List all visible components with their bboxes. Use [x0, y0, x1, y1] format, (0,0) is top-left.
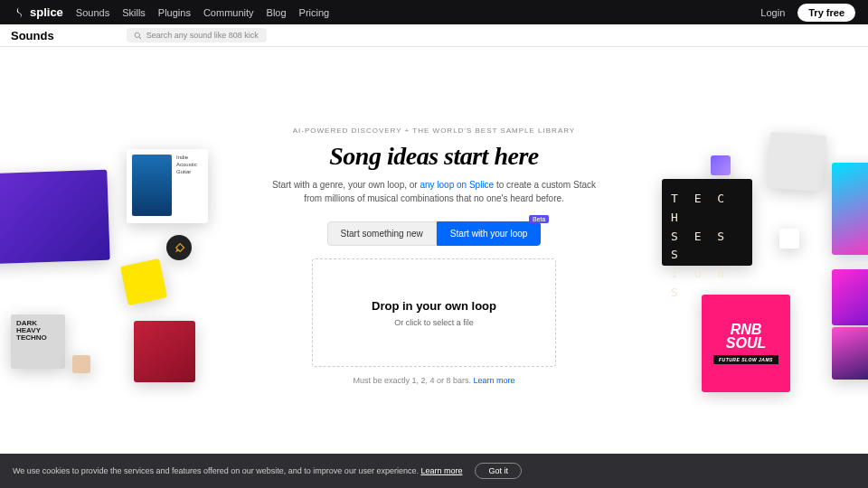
nav-links: Sounds Skills Plugins Community Blog Pri…: [76, 7, 329, 18]
login-link[interactable]: Login: [760, 7, 785, 18]
dropzone[interactable]: Drop in your own loop Or click to select…: [312, 258, 556, 367]
search-input[interactable]: [146, 31, 259, 40]
artwork-tile: [134, 321, 195, 382]
search-wrap[interactable]: [127, 28, 267, 42]
footnote-text: Must be exactly 1, 2, 4 or 8 bars.: [353, 376, 473, 385]
artwork-title: RNB SOUL: [726, 323, 766, 350]
artwork-tile: Indie Acoustic Guitar: [127, 149, 208, 223]
hero-subcopy: Start with a genre, your own loop, or an…: [253, 178, 615, 205]
artwork-tile: [120, 258, 167, 305]
artwork-tile: [711, 155, 731, 175]
brand-logo[interactable]: splice: [13, 5, 63, 19]
cookie-learn-link[interactable]: Learn more: [420, 466, 462, 475]
artwork-tile: RNB SOUL FUTURE SLOW JAMS: [702, 295, 790, 392]
beta-badge: Beta: [529, 215, 549, 223]
artwork-tile: [72, 355, 90, 373]
hero-overline: AI-POWERED DISCOVERY + THE WORLD'S BEST …: [253, 127, 615, 135]
artwork-tile: DARK HEAVY TECHNO: [11, 314, 65, 369]
nav-link-plugins[interactable]: Plugins: [158, 7, 191, 18]
subcopy-link[interactable]: any loop on Splice: [420, 180, 494, 190]
cookie-accept-button[interactable]: Got it: [475, 463, 522, 479]
hero-headline: Song ideas start here: [253, 142, 615, 171]
footnote-link[interactable]: Learn more: [474, 376, 515, 385]
nav-link-skills[interactable]: Skills: [122, 7, 146, 18]
artwork-label: Indie Acoustic Guitar: [176, 155, 197, 218]
sub-nav: Sounds: [0, 24, 868, 47]
nav-link-community[interactable]: Community: [203, 7, 254, 18]
nav-right: Login Try free: [760, 4, 855, 22]
brand-name: splice: [30, 5, 63, 19]
artwork-thumb: [132, 155, 172, 216]
artwork-tile: [832, 269, 868, 325]
footnote: Must be exactly 1, 2, 4 or 8 bars. Learn…: [253, 376, 615, 385]
start-with-loop-button[interactable]: Start with your loop Beta: [437, 221, 542, 246]
try-free-button[interactable]: Try free: [797, 4, 855, 22]
splice-logo-icon: [13, 6, 25, 19]
search-icon: [134, 32, 142, 40]
cta-row: Start something new Start with your loop…: [253, 221, 615, 246]
artwork-tile: [166, 235, 192, 260]
hero: AI-POWERED DISCOVERY + THE WORLD'S BEST …: [253, 127, 615, 385]
start-new-button[interactable]: Start something new: [327, 221, 437, 246]
drop-sub: Or click to select a file: [394, 318, 474, 327]
subcopy-pre: Start with a genre, your own loop, or: [272, 180, 420, 190]
artwork-subtitle: FUTURE SLOW JAMS: [713, 355, 778, 364]
nav-link-pricing[interactable]: Pricing: [299, 7, 330, 18]
nav-link-sounds[interactable]: Sounds: [76, 7, 109, 18]
cookie-text: We use cookies to provide the services a…: [13, 466, 420, 475]
artwork-tile: [832, 327, 868, 380]
artwork-tile: [832, 163, 868, 255]
btn-primary-label: Start with your loop: [450, 229, 528, 239]
artwork-tile: T E C H S E S S I O N S: [662, 179, 752, 266]
drop-title: Drop in your own loop: [372, 299, 496, 313]
artwork-tile: [0, 170, 110, 265]
artwork-tile: [779, 229, 799, 249]
artwork-tile: [767, 132, 826, 192]
nav-left: splice Sounds Skills Plugins Community B…: [13, 5, 329, 19]
nav-link-blog[interactable]: Blog: [267, 7, 287, 18]
cookie-bar: We use cookies to provide the services a…: [0, 454, 868, 488]
cookie-text-wrap: We use cookies to provide the services a…: [13, 466, 462, 475]
top-nav: splice Sounds Skills Plugins Community B…: [0, 0, 868, 24]
page-title: Sounds: [11, 29, 54, 42]
